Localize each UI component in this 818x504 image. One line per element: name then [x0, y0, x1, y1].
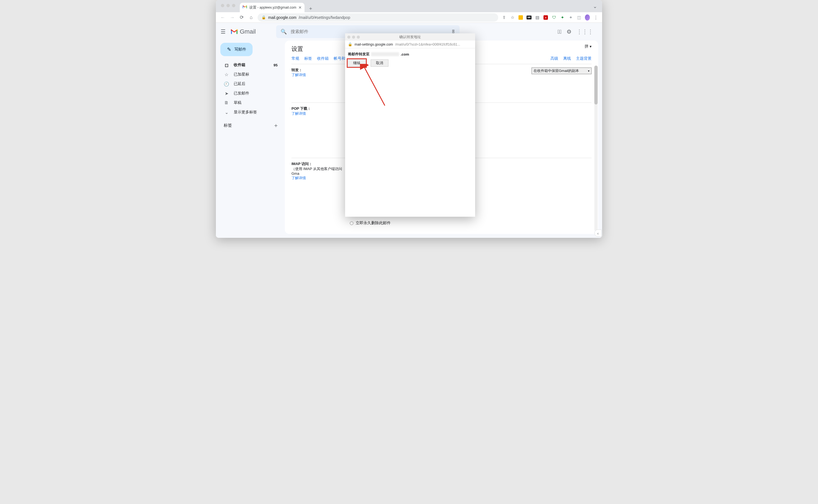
chevron-down-icon: ⌄ — [224, 110, 229, 115]
extension-icon[interactable]: M▾ — [527, 15, 532, 20]
clock-icon: 🕘 — [224, 81, 229, 87]
tab-accounts[interactable]: 帐号和 — [334, 56, 345, 61]
input-method-selector[interactable]: 拼 ▾ — [585, 44, 592, 49]
share-icon[interactable]: ⇪ — [502, 15, 507, 20]
extension-icon[interactable]: ✦ — [560, 15, 565, 20]
learn-more-link[interactable]: 了解详情 — [291, 73, 306, 77]
labels-header: 标签 ＋ — [218, 122, 283, 129]
gmail-logo[interactable]: Gmail — [230, 28, 256, 35]
cancel-button[interactable]: 取消 — [371, 59, 388, 67]
learn-more-link[interactable]: 了解详情 — [291, 111, 306, 116]
popup-buttons: 继续 取消 — [348, 59, 472, 67]
chrome-menu-icon[interactable]: ⋮ — [593, 15, 598, 20]
bookmark-star-icon[interactable]: ☆ — [510, 15, 515, 20]
shield-icon[interactable]: 🛡 — [552, 15, 557, 20]
sidebar: ✎ 写邮件 ◻ 收件箱 95 ☆ 已加星标 🕘 已延后 — [216, 41, 285, 238]
header-actions: ？⃝ ⚙ ⋮⋮⋮ — [557, 28, 598, 35]
add-label-icon[interactable]: ＋ — [273, 122, 279, 129]
profile-avatar[interactable] — [585, 15, 590, 20]
reload-button[interactable]: ⟳ — [239, 14, 245, 20]
nav-sent[interactable]: ➤ 已发邮件 — [218, 89, 283, 98]
main-menu-icon[interactable]: ☰ — [220, 28, 226, 35]
new-tab-button[interactable]: ＋ — [307, 4, 315, 12]
tab-labels[interactable]: 标签 — [304, 56, 312, 61]
traffic-dot[interactable] — [221, 4, 224, 7]
traffic-dot[interactable] — [352, 36, 355, 39]
gmail-favicon-icon — [243, 5, 247, 10]
tab-offline[interactable]: 离线 — [563, 56, 571, 61]
send-icon: ➤ — [224, 91, 229, 96]
nav-starred[interactable]: ☆ 已加星标 — [218, 70, 283, 79]
learn-more-link[interactable]: 了解详情 — [291, 176, 306, 180]
popup-url-path: /mail/u/0/?scd=1&mfea=006f41fcff16c61... — [395, 43, 460, 46]
traffic-dot[interactable] — [232, 4, 235, 7]
forward-button[interactable]: → — [229, 15, 235, 20]
forward-keep-select[interactable]: 在收件箱中保留Gmail的副本 — [532, 68, 592, 74]
inbox-icon: ◻ — [224, 63, 229, 68]
tab-inbox[interactable]: 收件箱 — [317, 56, 329, 61]
tab-themes[interactable]: 主题背景 — [576, 56, 592, 61]
home-button[interactable]: ⌂ — [248, 15, 254, 20]
nav-label: 收件箱 — [234, 63, 245, 68]
section-title: 转发： — [291, 68, 302, 72]
side-panel-toggle[interactable]: ‹ — [594, 229, 602, 237]
nav-list: ◻ 收件箱 95 ☆ 已加星标 🕘 已延后 ➤ 已发邮件 — [218, 61, 283, 117]
forward-prefix: 将邮件转发至 — [348, 52, 370, 57]
ime-label: 拼 — [585, 44, 588, 49]
gmail-m-icon — [230, 29, 238, 35]
tab-strip: 设置 - appleex.yzl@gmail.com ✕ ＋ ⌄ — [216, 0, 602, 12]
apps-grid-icon[interactable]: ⋮⋮⋮ — [577, 28, 593, 35]
url-field[interactable]: 🔒 mail.google.com/mail/u/0/#settings/fwd… — [258, 13, 498, 22]
tab-title: 设置 - appleex.yzl@gmail.com — [249, 5, 296, 10]
tab-overflow-icon[interactable]: ⌄ — [593, 3, 597, 9]
settings-gear-icon[interactable]: ⚙ — [567, 28, 572, 35]
nav-more[interactable]: ⌄ 显示更多标签 — [218, 108, 283, 117]
traffic-dot[interactable] — [347, 36, 350, 39]
traffic-dot[interactable] — [357, 36, 360, 39]
nav-inbox[interactable]: ◻ 收件箱 95 — [218, 61, 283, 69]
extension-icon[interactable] — [518, 15, 523, 20]
lock-icon: 🔒 — [348, 42, 352, 46]
section-title: POP 下载： — [291, 106, 311, 111]
url-bar: ← → ⟳ ⌂ 🔒 mail.google.com/mail/u/0/#sett… — [216, 12, 602, 23]
nav-drafts[interactable]: 🗎 草稿 — [218, 98, 283, 107]
popup-window-controls — [347, 36, 360, 39]
extension-icons: ⇪ ☆ M▾ ▤ u 🛡 ✦ ✦ ◫ ⋮ — [502, 15, 598, 20]
sidepanel-icon[interactable]: ◫ — [577, 15, 582, 20]
popup-url-bar: 🔒 mail-settings.google.com/mail/u/0/?scd… — [345, 41, 475, 48]
extension-icon[interactable]: ▤ — [535, 15, 540, 20]
inbox-count: 95 — [274, 63, 279, 67]
browser-tab[interactable]: 设置 - appleex.yzl@gmail.com ✕ — [240, 3, 305, 12]
star-icon: ☆ — [224, 72, 229, 77]
help-icon[interactable]: ？⃝ — [557, 29, 562, 35]
select-value: 在收件箱中保留Gmail的副本 — [533, 68, 579, 73]
tab-general[interactable]: 常规 — [291, 56, 299, 61]
section-title: IMAP 访问： — [291, 162, 312, 166]
redacted-email — [371, 52, 399, 56]
draft-icon: 🗎 — [224, 100, 229, 105]
nav-label: 已延后 — [234, 81, 245, 86]
imap-options: 立即永久删除此邮件 — [350, 221, 592, 226]
url-path: /mail/u/0/#settings/fwdandpop — [299, 15, 350, 20]
labels-title: 标签 — [224, 123, 232, 128]
url-domain: mail.google.com — [268, 15, 296, 20]
imap-option[interactable]: 立即永久删除此邮件 — [350, 221, 592, 226]
window-controls — [221, 4, 235, 7]
tab-close-icon[interactable]: ✕ — [298, 5, 302, 10]
popup-body: 将邮件转发至 .com 继续 取消 — [345, 48, 475, 70]
nav-label: 草稿 — [234, 100, 241, 105]
scrollbar-thumb[interactable] — [594, 66, 598, 104]
tab-advanced[interactable]: 高级 — [550, 56, 558, 61]
radio-input[interactable] — [350, 221, 353, 225]
compose-button[interactable]: ✎ 写邮件 — [220, 43, 253, 56]
continue-button[interactable]: 继续 — [348, 59, 366, 67]
extensions-menu-icon[interactable]: ✦ — [568, 15, 573, 20]
section-subtitle: （使用 IMAP 从其他客户端访问 Gma — [291, 167, 342, 176]
traffic-dot[interactable] — [226, 4, 230, 7]
ublock-icon[interactable]: u — [543, 15, 548, 20]
nav-label: 已发邮件 — [234, 91, 249, 96]
forward-suffix: .com — [401, 52, 409, 56]
lock-icon: 🔒 — [261, 15, 266, 19]
nav-snoozed[interactable]: 🕘 已延后 — [218, 79, 283, 88]
back-button[interactable]: ← — [220, 15, 226, 20]
